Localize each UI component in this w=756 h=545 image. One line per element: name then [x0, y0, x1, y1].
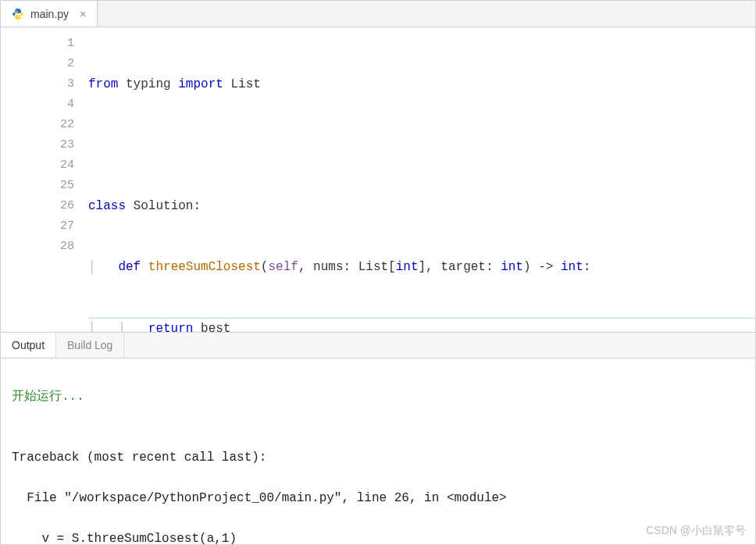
svg-point-1: [20, 17, 20, 18]
tab-output[interactable]: Output: [1, 333, 56, 358]
line-number[interactable]: 24: [1, 155, 74, 176]
python-icon: [12, 8, 24, 20]
line-number[interactable]: 25: [1, 176, 74, 196]
line-number[interactable]: 27: [1, 216, 74, 237]
file-tab[interactable]: main.py ×: [1, 1, 98, 27]
line-number[interactable]: 3: [1, 74, 74, 94]
line-number[interactable]: 1: [1, 34, 74, 54]
output-panel[interactable]: 开始运行... Traceback (most recent call last…: [1, 358, 755, 545]
tab-filename: main.py: [30, 8, 69, 20]
line-number[interactable]: 23: [1, 135, 74, 155]
traceback-line: Traceback (most recent call last):: [12, 447, 744, 468]
traceback-line: File "/workspace/PythonProject_00/main.p…: [12, 488, 744, 508]
line-number[interactable]: 22: [1, 115, 74, 135]
traceback-line: v = S.threeSumClosest(a,1): [12, 529, 744, 545]
gutter: 1 2 3 4 22 23 24 25 26 27 28: [1, 27, 85, 332]
line-number[interactable]: 2: [1, 54, 74, 74]
line-number[interactable]: 4: [1, 94, 74, 115]
output-start: 开始运行...: [12, 386, 744, 407]
close-icon[interactable]: ×: [80, 8, 86, 20]
code-area[interactable]: from typing import List class Solution: …: [85, 27, 755, 332]
output-panel-tabs: Output Build Log: [1, 332, 755, 358]
tab-buildlog[interactable]: Build Log: [56, 333, 124, 358]
tab-bar: main.py ×: [1, 1, 755, 27]
line-number[interactable]: 26: [1, 196, 74, 216]
svg-point-0: [16, 9, 16, 10]
watermark: CSDN @小白鼠零号: [646, 524, 746, 538]
line-number[interactable]: 28: [1, 237, 74, 257]
code-editor[interactable]: 1 2 3 4 22 23 24 25 26 27 28 from typing…: [1, 27, 755, 332]
